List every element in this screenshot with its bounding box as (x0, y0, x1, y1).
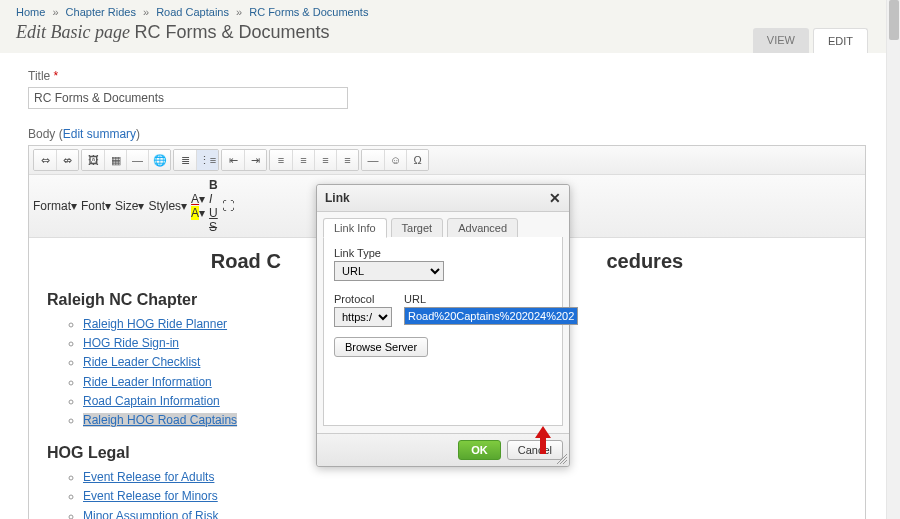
emoji-icon[interactable]: ☺ (384, 150, 406, 170)
bold-icon[interactable]: B (209, 178, 218, 192)
tab-advanced[interactable]: Advanced (447, 218, 518, 238)
page-title-verb: Edit Basic page (16, 22, 130, 42)
link-type-label: Link Type (334, 247, 552, 259)
tab-link-info[interactable]: Link Info (323, 218, 387, 238)
content-link[interactable]: Minor Assumption of Risk (83, 509, 218, 520)
body-label: Body (Edit summary) (28, 127, 866, 141)
remove-format-icon[interactable]: — (362, 150, 384, 170)
list-item: Event Release for Adults (83, 468, 847, 487)
link-list-2: Event Release for Adults Event Release f… (47, 468, 847, 519)
format-combo[interactable]: Format▾ (33, 199, 77, 213)
required-star: * (54, 69, 59, 83)
content-link[interactable]: Raleigh HOG Ride Planner (83, 317, 227, 331)
dialog-footer: OK Cancel (317, 433, 569, 466)
tab-edit[interactable]: EDIT (813, 28, 868, 53)
breadcrumb-sep: » (52, 6, 58, 18)
unlink-icon[interactable]: ⇎ (56, 150, 78, 170)
strike-icon[interactable]: S (209, 220, 218, 234)
breadcrumb-sep: » (236, 6, 242, 18)
italic-icon[interactable]: I (209, 192, 218, 206)
link-icon[interactable]: ⇔ (34, 150, 56, 170)
hr-icon[interactable]: ― (126, 150, 148, 170)
close-icon[interactable]: ✕ (549, 190, 561, 206)
content-link-selected[interactable]: Raleigh HOG Road Captains (83, 413, 237, 427)
globe-icon[interactable]: 🌐 (148, 150, 170, 170)
dialog-body: Link Type URL Protocol https:// URL Brow… (323, 237, 563, 426)
outdent-icon[interactable]: ⇤ (222, 150, 244, 170)
toolbar-row-1: ⇔ ⇎ 🖼 ▦ ― 🌐 ≣ ⋮≡ ⇤ ⇥ ≡ (29, 146, 865, 175)
font-combo[interactable]: Font▾ (81, 199, 111, 213)
page-title: Edit Basic page RC Forms & Documents (16, 22, 870, 43)
content-link[interactable]: Event Release for Adults (83, 470, 214, 484)
breadcrumb: Home » Chapter Rides » Road Captains » R… (16, 6, 870, 18)
protocol-label: Protocol (334, 293, 392, 305)
list-item: Minor Assumption of Risk (83, 507, 847, 520)
size-combo[interactable]: Size▾ (115, 199, 144, 213)
breadcrumb-chapter-rides[interactable]: Chapter Rides (66, 6, 136, 18)
breadcrumb-rc-forms[interactable]: RC Forms & Documents (249, 6, 368, 18)
title-input[interactable] (28, 87, 348, 109)
ul-icon[interactable]: ⋮≡ (196, 150, 218, 170)
scrollbar-thumb[interactable] (889, 0, 899, 40)
content-link[interactable]: Ride Leader Information (83, 375, 212, 389)
edit-summary-link[interactable]: Edit summary (63, 127, 136, 141)
header-strip: Home » Chapter Rides » Road Captains » R… (0, 0, 886, 53)
browse-server-button[interactable]: Browse Server (334, 337, 428, 357)
content-link[interactable]: Event Release for Minors (83, 489, 218, 503)
protocol-select[interactable]: https:// (334, 307, 392, 327)
align-justify-icon[interactable]: ≡ (336, 150, 358, 170)
align-left-icon[interactable]: ≡ (270, 150, 292, 170)
link-dialog: Link ✕ Link Info Target Advanced Link Ty… (316, 184, 570, 467)
dialog-title: Link (325, 191, 350, 205)
indent-icon[interactable]: ⇥ (244, 150, 266, 170)
url-label: URL (404, 293, 578, 305)
image-icon[interactable]: 🖼 (82, 150, 104, 170)
content-link[interactable]: Road Captain Information (83, 394, 220, 408)
styles-combo[interactable]: Styles▾ (148, 199, 187, 213)
breadcrumb-home[interactable]: Home (16, 6, 45, 18)
omega-icon[interactable]: Ω (406, 150, 428, 170)
maximize-icon[interactable]: ⛶ (222, 199, 234, 213)
content-link[interactable]: HOG Ride Sign-in (83, 336, 179, 350)
list-item: Event Release for Minors (83, 487, 847, 506)
tab-view[interactable]: VIEW (753, 28, 809, 53)
title-label-text: Title (28, 69, 50, 83)
body-label-text: Body (28, 127, 55, 141)
primary-tabs: VIEW EDIT (753, 28, 868, 53)
link-type-select[interactable]: URL (334, 261, 444, 281)
breadcrumb-sep: » (143, 6, 149, 18)
text-color-icon[interactable]: A▾ (191, 192, 205, 206)
page-title-name: RC Forms & Documents (134, 22, 329, 42)
dialog-titlebar[interactable]: Link ✕ (317, 185, 569, 212)
content-link[interactable]: Ride Leader Checklist (83, 355, 200, 369)
table-icon[interactable]: ▦ (104, 150, 126, 170)
ol-icon[interactable]: ≣ (174, 150, 196, 170)
breadcrumb-road-captains[interactable]: Road Captains (156, 6, 229, 18)
resize-grip-icon[interactable] (557, 454, 567, 464)
align-right-icon[interactable]: ≡ (314, 150, 336, 170)
page-vertical-scrollbar[interactable] (886, 0, 900, 519)
underline-icon[interactable]: U (209, 206, 218, 220)
title-label: Title * (28, 69, 866, 83)
url-input[interactable] (404, 307, 578, 325)
ok-button[interactable]: OK (458, 440, 501, 460)
tab-target[interactable]: Target (391, 218, 444, 238)
bg-color-icon[interactable]: A▾ (191, 206, 205, 220)
cancel-button[interactable]: Cancel (507, 440, 563, 460)
align-center-icon[interactable]: ≡ (292, 150, 314, 170)
dialog-tabs: Link Info Target Advanced (317, 212, 569, 238)
